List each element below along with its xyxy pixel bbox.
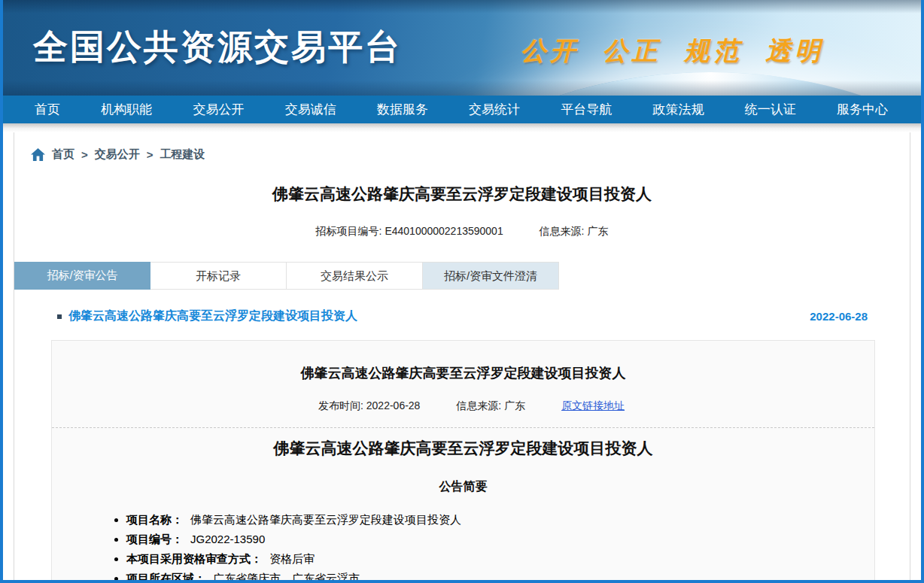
project-number-value: E4401000002213590001	[384, 225, 503, 237]
nav-item-trade-public[interactable]: 交易公开	[193, 101, 244, 118]
tab-document-clarification[interactable]: 招标/资审文件澄清	[423, 262, 559, 290]
page-title: 佛肇云高速公路肇庆高要至云浮罗定段建设项目投资人	[14, 184, 910, 205]
info-source-value: 广东	[587, 225, 608, 237]
tab-bid-opening-record[interactable]: 开标记录	[150, 262, 287, 290]
summary-item-project-region: 项目所在区域：广东省肇庆市，广东省云浮市	[126, 572, 874, 580]
dashed-divider	[52, 427, 874, 428]
tab-trade-result[interactable]: 交易结果公示	[287, 262, 423, 290]
home-icon	[31, 148, 45, 161]
summary-item-project-name: 项目名称：佛肇云高速公路肇庆高要至云浮罗定段建设项目投资人	[126, 513, 874, 526]
announcement-list-item: 佛肇云高速公路肇庆高要至云浮罗定段建设项目投资人 2022-06-28	[57, 308, 868, 324]
nav-item-org-functions[interactable]: 机构职能	[101, 101, 152, 118]
breadcrumb-separator: >	[147, 148, 153, 161]
announcement-date: 2022-06-28	[810, 310, 868, 323]
nav-item-trade-statistics[interactable]: 交易统计	[469, 101, 520, 118]
nav-item-policies[interactable]: 政策法规	[653, 101, 704, 118]
publish-time-value: 2022-06-28	[366, 399, 421, 411]
breadcrumb: 首页 > 交易公开 > 工程建设	[14, 132, 910, 162]
nav-item-service-center[interactable]: 服务中心	[837, 101, 888, 118]
announcement-link[interactable]: 佛肇云高速公路肇庆高要至云浮罗定段建设项目投资人	[68, 308, 357, 324]
browser-viewport: 全国公共资源交易平台 公开 公正 规范 透明 首页 机构职能 交易公开 交易诚信…	[0, 0, 924, 583]
summary-value: 佛肇云高速公路肇庆高要至云浮罗定段建设项目投资人	[190, 513, 461, 526]
summary-value: 广东省肇庆市，广东省云浮市	[213, 572, 360, 580]
info-source-label: 信息来源:	[540, 225, 585, 237]
summary-label: 项目名称：	[126, 513, 183, 526]
summary-label: 本项目采用资格审查方式：	[126, 552, 262, 565]
detail-source-label: 信息来源:	[456, 399, 501, 411]
publish-time-label: 发布时间:	[318, 399, 363, 411]
page-container: 首页 > 交易公开 > 工程建设 佛肇云高速公路肇庆高要至云浮罗定段建设项目投资…	[14, 132, 910, 580]
summary-label: 项目所在区域：	[126, 572, 205, 580]
main-nav: 首页 机构职能 交易公开 交易诚信 数据服务 交易统计 平台导航 政策法规 统一…	[3, 96, 921, 123]
nav-item-trade-integrity[interactable]: 交易诚信	[285, 101, 336, 118]
tab-bar: 招标/资审公告 开标记录 交易结果公示 招标/资审文件澄清	[14, 262, 910, 290]
breadcrumb-engineering-construction[interactable]: 工程建设	[160, 147, 205, 162]
summary-item-project-number: 项目编号：JG2022-13590	[126, 533, 874, 545]
announcement-detail-card: 佛肇云高速公路肇庆高要至云浮罗定段建设项目投资人 发布时间:2022-06-28…	[51, 340, 875, 580]
original-link[interactable]: 原文链接地址	[561, 399, 625, 411]
summary-item-qualification-method: 本项目采用资格审查方式：资格后审	[126, 552, 874, 565]
article-meta: 招标项目编号:E4401000002213590001 信息来源:广东	[14, 225, 910, 238]
tab-bid-announcement[interactable]: 招标/资审公告	[14, 262, 150, 290]
breadcrumb-separator: >	[81, 148, 88, 161]
summary-value: JG2022-13590	[190, 533, 265, 545]
project-number-group: 招标项目编号:E4401000002213590001	[316, 225, 506, 237]
breadcrumb-home[interactable]: 首页	[52, 147, 74, 162]
detail-source-group: 信息来源:广东	[456, 399, 528, 411]
info-source-group: 信息来源:广东	[540, 225, 609, 237]
summary-label: 项目编号：	[126, 533, 183, 545]
summary-value: 资格后审	[269, 552, 315, 565]
nav-shadow	[3, 123, 921, 132]
site-banner: 全国公共资源交易平台 公开 公正 规范 透明	[3, 0, 921, 96]
detail-source-value: 广东	[504, 399, 525, 411]
nav-item-unified-auth[interactable]: 统一认证	[745, 101, 796, 118]
summary-list: 项目名称：佛肇云高速公路肇庆高要至云浮罗定段建设项目投资人 项目编号：JG202…	[52, 513, 874, 580]
nav-item-data-services[interactable]: 数据服务	[377, 101, 428, 118]
detail-meta: 发布时间:2022-06-28 信息来源:广东 原文链接地址	[52, 399, 874, 413]
summary-heading: 公告简要	[52, 479, 874, 495]
detail-body-title: 佛肇云高速公路肇庆高要至云浮罗定段建设项目投资人	[52, 438, 874, 459]
nav-item-home[interactable]: 首页	[35, 101, 60, 118]
square-bullet-icon	[57, 314, 62, 319]
detail-title: 佛肇云高速公路肇庆高要至云浮罗定段建设项目投资人	[52, 364, 874, 382]
site-slogan: 公开 公正 规范 透明	[521, 34, 824, 68]
nav-item-platform-navigation[interactable]: 平台导航	[561, 101, 612, 118]
site-title: 全国公共资源交易平台	[33, 24, 402, 71]
breadcrumb-trade-public[interactable]: 交易公开	[95, 147, 140, 162]
project-number-label: 招标项目编号:	[316, 225, 382, 237]
publish-time-group: 发布时间:2022-06-28	[318, 399, 423, 411]
